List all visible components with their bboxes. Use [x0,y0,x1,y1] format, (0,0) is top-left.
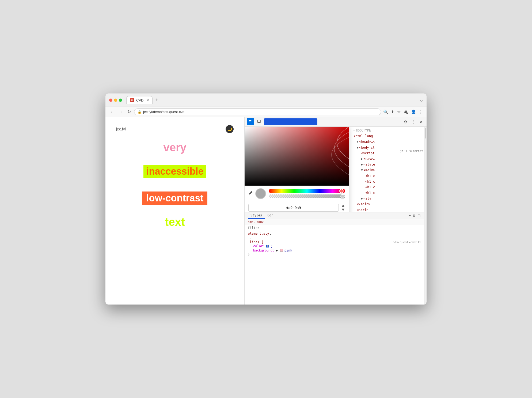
html-line: ▶<sty [350,196,424,201]
css-row-color: color: ; [248,244,421,248]
demo-text-text: text [116,216,234,228]
search-icon[interactable]: 🔍 [383,110,388,114]
menu-icon[interactable]: ⋮ [419,110,423,114]
styles-toolbar-icons: + ⧉ ◫ [408,212,421,219]
css-rule-line1: .line1 { cds-quest-cvd:11 color: ; backg… [245,240,424,257]
html-line: <scrin [350,207,424,212]
color-picker-panel: ▲▼ HEX Contrast ratio 1.52 ⊘ [245,127,349,212]
demo-text-very: very [116,141,234,154]
tab-title: CVD [136,98,143,102]
inspector-tool-button[interactable] [247,118,254,125]
bookmark-icon[interactable]: ☆ [397,110,401,114]
extensions-icon[interactable]: 🔌 [403,110,408,114]
css-prop-color: color: [253,244,265,248]
sliders-area [269,189,345,198]
url-text: jec.fyi/demo/cds-quest-cvd [143,110,378,114]
titlebar: C CVD ✕ + ⌵ [105,93,427,107]
nav-icons: 🔍 ⬆ ☆ 🔌 👤 ⋮ [383,110,423,114]
devtools-main: ▲▼ HEX Contrast ratio 1.52 ⊘ [245,127,427,305]
css-selector-line1: .line1 { [248,240,263,244]
dark-mode-toggle[interactable]: 🌙 [226,125,234,133]
tab-list-icon[interactable]: ⌵ [420,97,423,103]
hex-input[interactable] [248,204,339,212]
tab-favicon-icon: C [130,98,134,102]
css-value-background: pink; [284,249,294,252]
css-value-color: ; [271,244,272,248]
background-swatch[interactable] [280,249,283,252]
color-preview-circle [255,188,266,199]
breadcrumb-body[interactable]: body [257,220,264,224]
devtools-panel: ⚙ ⋮ ✕ [245,117,427,305]
address-bar[interactable]: 🔒 jec.fyi/demo/cds-quest-cvd [134,108,381,115]
browser-tab-cvd[interactable]: C CVD ✕ [126,96,153,104]
close-devtools-button[interactable]: ✕ [418,119,424,125]
scrollbar-thumb[interactable] [425,128,426,138]
page-header: jec.fyi 🌙 [116,125,234,133]
devtools-toolbar: ⚙ ⋮ ✕ [245,117,427,127]
picker-controls [245,186,349,202]
tab-styles[interactable]: Styles [248,212,265,219]
toggle-sidebar-button[interactable]: ◫ [417,212,421,219]
html-line: ▶<head>…< [350,139,424,145]
eyedropper-button[interactable] [248,191,253,196]
html-line: <h1 c [350,179,424,185]
hue-thumb[interactable] [339,189,344,193]
page-area: jec.fyi 🌙 very inaccessible low-contrast… [105,117,245,305]
profile-icon[interactable]: 👤 [411,110,416,114]
minimize-button[interactable] [114,99,117,102]
close-button[interactable] [109,99,112,102]
svg-rect-0 [257,120,261,122]
breadcrumb-html[interactable]: html [248,220,255,224]
alpha-thumb[interactable] [340,194,345,198]
mac-window: C CVD ✕ + ⌵ ← → ↻ 🔒 jec.fyi/demo/cds-que… [105,93,427,305]
responsive-mode-button[interactable] [255,118,263,125]
css-row-background: background: ▶ pink; [248,248,421,253]
new-tab-button[interactable]: + [154,97,160,103]
more-options-icon[interactable]: ⋮ [410,119,417,125]
styles-panel: Styles Cor + ⧉ ◫ html body [245,212,424,305]
settings-icon[interactable]: ⚙ [402,119,409,125]
background-triangle: ▶ [276,249,278,252]
devtools-left-col: ▲▼ HEX Contrast ratio 1.52 ⊘ [245,127,424,305]
reload-button[interactable]: ↻ [126,109,132,115]
copy-styles-button[interactable]: ⧉ [412,212,416,219]
color-gradient[interactable] [245,127,349,186]
filter-row: Filter [245,225,424,231]
tab-close-icon[interactable]: ✕ [147,99,149,102]
styles-tabs: Styles Cor + ⧉ ◫ [245,212,424,219]
traffic-lights [109,99,122,102]
maximize-button[interactable] [119,99,122,102]
html-panel: ▲▼ HEX Contrast ratio 1.52 ⊘ [245,127,424,212]
filter-label: Filter [248,226,259,230]
demo-text-inaccessible: inaccessible [143,165,206,178]
addressbar: ← → ↻ 🔒 jec.fyi/demo/cds-quest-cvd 🔍 ⬆ ☆… [105,107,427,117]
html-overflow-text: -js");</script [398,149,423,153]
filter-input[interactable] [261,226,421,230]
format-toggle-button[interactable]: ▲▼ [341,203,345,212]
add-rule-button[interactable]: + [408,212,411,219]
back-button[interactable]: ← [109,109,116,115]
site-name: jec.fyi [116,127,126,131]
demo-text-low-contrast: low-contrast [142,192,207,205]
hue-slider[interactable] [269,189,345,193]
breadcrumb-bar: html body [245,219,424,225]
svg-rect-1 [258,122,260,123]
browser-content: jec.fyi 🌙 very inaccessible low-contrast… [105,117,427,305]
html-line: <!DOCTYPE [350,128,424,133]
html-line: <h1 c [350,173,424,179]
devtools-scrollbar[interactable] [424,127,427,305]
html-line: <h1 c [350,185,424,190]
alpha-slider[interactable] [269,194,345,198]
html-line: ▶<style: [350,162,424,167]
hex-input-row: ▲▼ [245,202,349,212]
css-rule-element: element.styl } [245,231,424,240]
css-prop-background: background: [253,249,274,252]
css-selector-element: element.sty [248,232,269,235]
tab-cor[interactable]: Cor [265,212,276,219]
tab-bar: C CVD ✕ + ⌵ [126,96,423,104]
share-icon[interactable]: ⬆ [391,110,394,114]
color-swatch-selected[interactable] [266,245,269,247]
html-line: <h1 c [350,190,424,196]
forward-button[interactable]: → [118,109,124,115]
html-line: ▶<nav>…. [350,156,424,162]
